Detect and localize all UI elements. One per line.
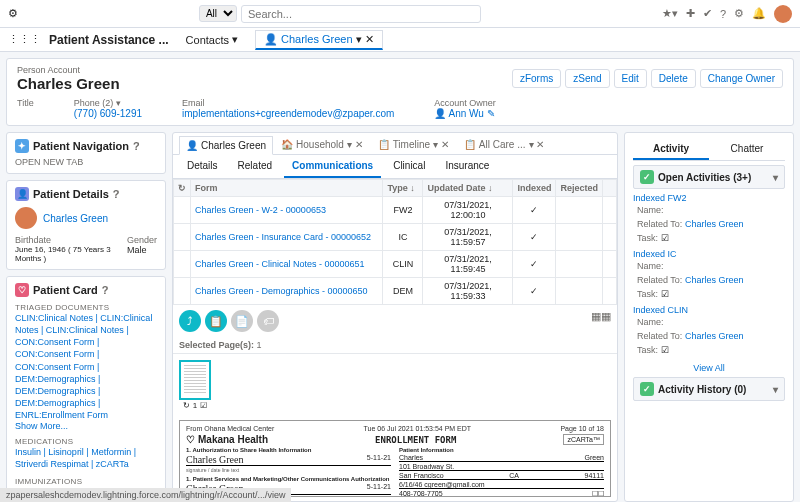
ws-tab-household[interactable]: 🏠 Household ▾ ✕ [274, 135, 370, 154]
global-header: ⚙ All ★▾ ✚ ✔ ? ⚙ 🔔 [0, 0, 800, 28]
global-search-input[interactable] [241, 5, 481, 23]
chevron-down-icon: ▾ [773, 172, 778, 183]
details-icon: 👤 [15, 187, 29, 201]
gallery-icon[interactable]: ▦▦ [591, 310, 611, 332]
chevron-down-icon: ▾ [773, 384, 778, 395]
ws-tab-record[interactable]: 👤 Charles Green [179, 136, 273, 155]
tool-clipboard-icon[interactable]: 📋 [205, 310, 227, 332]
tool-share-icon[interactable]: ⤴ [179, 310, 201, 332]
btn-change-owner[interactable]: Change Owner [700, 69, 783, 88]
show-more[interactable]: Show More... [15, 421, 157, 431]
task-icon[interactable]: ✔ [703, 7, 712, 20]
toolbar: ⤴ 📋 📄 🏷 ▦▦ [173, 305, 617, 337]
btn-delete[interactable]: Delete [651, 69, 696, 88]
table-row[interactable]: Charles Green - Insurance Card - 0000065… [174, 224, 617, 251]
heart-icon: ♡ [15, 283, 29, 297]
status-bar: zpapersaleshcdemodev.lightning.force.com… [0, 488, 291, 502]
check-icon: ✓ [640, 170, 654, 184]
thumb-refresh-icon[interactable]: ↻ [183, 401, 190, 410]
activity-panel: Activity Chatter ✓Open Activities (3+)▾ … [624, 132, 794, 502]
owner-value[interactable]: 👤 Ann Wu ✎ [434, 108, 496, 119]
email-value[interactable]: implementations+cgreendemodev@zpaper.com [182, 108, 394, 119]
tab-clinical[interactable]: Clinical [385, 155, 433, 178]
tab-communications[interactable]: Communications [284, 155, 381, 178]
ws-tab-allcare[interactable]: 📋 All Care ... ▾ ✕ [457, 135, 551, 154]
action-buttons: zForms zSend Edit Delete Change Owner [512, 69, 783, 88]
nav-tab-contacts[interactable]: Contacts ▾ [177, 30, 247, 49]
patient-card: ♡Patient Card? TRIAGED DOCUMENTSCLIN:Cli… [6, 276, 166, 502]
nav-tab-record[interactable]: 👤 Charles Green ▾ ✕ [255, 30, 383, 50]
btn-zsend[interactable]: zSend [565, 69, 609, 88]
app-launcher-icon[interactable]: ⚙ [8, 7, 18, 20]
notification-icon[interactable]: 🔔 [752, 7, 766, 20]
refresh-icon[interactable]: ↻ [178, 183, 186, 193]
phone-value[interactable]: (770) 609-1291 [74, 108, 142, 119]
favorites-icon[interactable]: ★▾ [662, 7, 678, 20]
tool-copy-icon[interactable]: 📄 [231, 310, 253, 332]
table-row[interactable]: Charles Green - Demographics - 00000650D… [174, 278, 617, 305]
workspace-tabs: 👤 Charles Green 🏠 Household ▾ ✕ 📋 Timeli… [173, 133, 617, 155]
activity-item: Indexed IC Name: Related To: Charles Gre… [633, 249, 785, 301]
search-scope[interactable]: All [199, 5, 237, 22]
record-tabs: Details Related Communications Clinical … [173, 155, 617, 179]
activity-item: Indexed CLIN Name: Related To: Charles G… [633, 305, 785, 357]
tab-insurance[interactable]: Insurance [437, 155, 497, 178]
thumb-check-icon[interactable]: ☑ [200, 401, 207, 410]
open-new-tab[interactable]: OPEN NEW TAB [15, 157, 157, 167]
app-name: Patient Assistance ... [49, 33, 169, 47]
activity-item: Indexed FW2 Name: Related To: Charles Gr… [633, 193, 785, 245]
btn-edit[interactable]: Edit [614, 69, 647, 88]
app-nav: ⋮⋮⋮ Patient Assistance ... Contacts ▾ 👤 … [0, 28, 800, 52]
patient-avatar [15, 207, 37, 229]
record-type: Person Account [17, 65, 120, 75]
tab-related[interactable]: Related [230, 155, 280, 178]
patient-name-link[interactable]: Charles Green [43, 213, 108, 224]
btn-zforms[interactable]: zForms [512, 69, 561, 88]
table-row[interactable]: Charles Green - W-2 - 00000653FW207/31/2… [174, 197, 617, 224]
page-thumbnails: ↻1☑ [173, 354, 617, 416]
help-icon[interactable]: ? [133, 140, 140, 152]
brand-logo: ♡ Makana Health [186, 434, 268, 445]
check-icon: ✓ [640, 382, 654, 396]
tab-details[interactable]: Details [179, 155, 226, 178]
settings-icon[interactable]: ⚙ [734, 7, 744, 20]
document-preview: From Ohana Medical CenterTue 06 Jul 2021… [179, 420, 611, 497]
ws-tab-timeline[interactable]: 📋 Timeline ▾ ✕ [371, 135, 456, 154]
add-icon[interactable]: ✚ [686, 7, 695, 20]
app-grid-icon[interactable]: ⋮⋮⋮ [8, 33, 41, 46]
record-highlights: Person Account Charles Green zForms zSen… [6, 58, 794, 126]
tool-tag-icon[interactable]: 🏷 [257, 310, 279, 332]
table-row[interactable]: Charles Green - Clinical Notes - 0000065… [174, 251, 617, 278]
workspace: 👤 Charles Green 🏠 Household ▾ ✕ 📋 Timeli… [172, 132, 618, 502]
page-thumb[interactable] [179, 360, 211, 400]
nav-icon: ✦ [15, 139, 29, 153]
patient-details-card: 👤Patient Details? Charles Green Birthdat… [6, 180, 166, 270]
help-icon[interactable]: ? [720, 8, 726, 20]
open-activities-header[interactable]: ✓Open Activities (3+)▾ [633, 165, 785, 189]
user-avatar[interactable] [774, 5, 792, 23]
record-name: Charles Green [17, 75, 120, 92]
activity-history-header[interactable]: ✓Activity History (0)▾ [633, 377, 785, 401]
tab-chatter[interactable]: Chatter [709, 139, 785, 160]
patient-navigation-card: ✦Patient Navigation? OPEN NEW TAB [6, 132, 166, 174]
tab-activity[interactable]: Activity [633, 139, 709, 160]
forms-table: ↻ Form Type ↓ Updated Date ↓ Indexed Rej… [173, 179, 617, 305]
view-all-link[interactable]: View All [633, 363, 785, 373]
